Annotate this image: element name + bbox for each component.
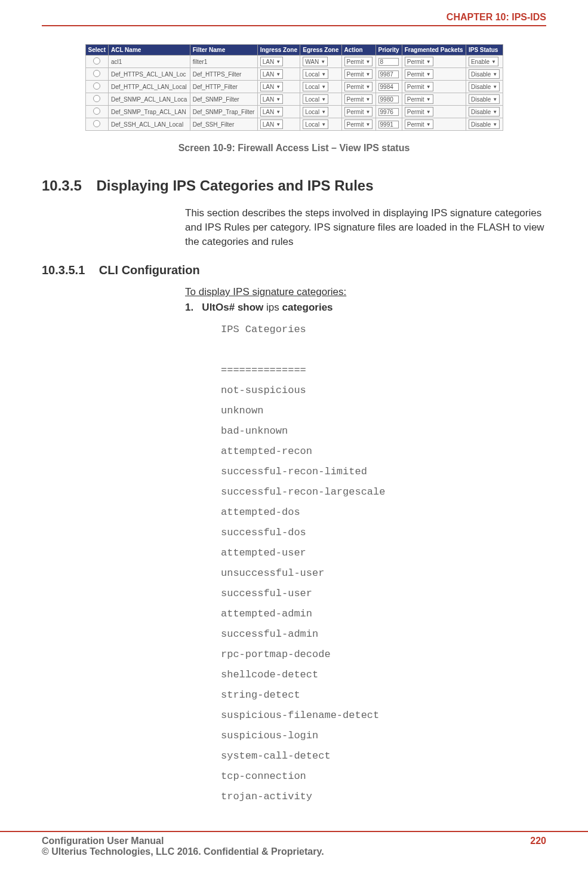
- table-row: Def_HTTPS_ACL_LAN_LocDef_HTTPS_FilterLAN…: [85, 68, 503, 81]
- acl-header-cell: IPS Status: [466, 45, 503, 56]
- acl-header-cell: Action: [341, 45, 375, 56]
- chevron-down-icon: ▼: [365, 59, 370, 65]
- select-cell[interactable]: [85, 56, 108, 68]
- radio-icon[interactable]: [93, 95, 100, 102]
- dropdown[interactable]: Disable▼: [469, 69, 500, 79]
- chevron-down-icon: ▼: [321, 84, 326, 90]
- priority-cell: 9991: [375, 118, 402, 131]
- section-number: 10.3.5: [42, 177, 82, 194]
- dropdown[interactable]: Local▼: [303, 82, 328, 91]
- code-line: unknown: [221, 401, 546, 421]
- radio-icon[interactable]: [93, 82, 100, 90]
- cli-suffix: categories: [282, 302, 333, 313]
- priority-value: 9980: [378, 96, 399, 103]
- chevron-down-icon: ▼: [276, 84, 281, 90]
- dropdown[interactable]: Permit▼: [405, 82, 433, 91]
- table-row: acl1filter1LAN▼WAN▼Permit▼8Permit▼Enable…: [85, 56, 503, 68]
- ingress-cell: LAN▼: [257, 81, 300, 93]
- page-footer: Configuration User Manual © Ulterius Tec…: [0, 831, 588, 869]
- frag-cell: Permit▼: [402, 56, 466, 68]
- dropdown[interactable]: LAN▼: [260, 57, 283, 66]
- ingress-cell: LAN▼: [257, 93, 300, 106]
- select-cell[interactable]: [85, 118, 108, 131]
- ingress-cell: LAN▼: [257, 68, 300, 81]
- dropdown[interactable]: LAN▼: [260, 119, 283, 129]
- priority-value: 9991: [378, 121, 399, 128]
- select-cell[interactable]: [85, 68, 108, 81]
- acl-name-cell: Def_HTTP_ACL_LAN_Local: [108, 81, 190, 93]
- chevron-down-icon: ▼: [426, 72, 431, 77]
- dropdown[interactable]: Permit▼: [405, 119, 433, 129]
- dropdown[interactable]: Local▼: [303, 107, 328, 116]
- dropdown[interactable]: LAN▼: [260, 107, 283, 116]
- chevron-down-icon: ▼: [426, 97, 431, 102]
- table-row: Def_SNMP_Trap_ACL_LANDef_SNMP_Trap_Filte…: [85, 106, 503, 118]
- priority-cell: 9987: [375, 68, 402, 81]
- chevron-down-icon: ▼: [492, 122, 497, 127]
- dropdown[interactable]: Disable▼: [469, 94, 500, 104]
- dropdown[interactable]: LAN▼: [260, 82, 283, 91]
- code-line: suspicious-login: [221, 726, 546, 746]
- dropdown[interactable]: Permit▼: [405, 57, 433, 66]
- frag-cell: Permit▼: [402, 106, 466, 118]
- select-cell[interactable]: [85, 106, 108, 118]
- chevron-down-icon: ▼: [276, 109, 281, 115]
- radio-icon[interactable]: [93, 57, 100, 65]
- dropdown[interactable]: Permit▼: [405, 69, 433, 79]
- acl-header-cell: Ingress Zone: [257, 45, 300, 56]
- egress-cell: WAN▼: [300, 56, 341, 68]
- code-line: successful-user: [221, 584, 546, 604]
- dropdown[interactable]: Permit▼: [344, 107, 373, 116]
- dropdown[interactable]: LAN▼: [260, 94, 283, 104]
- radio-icon[interactable]: [93, 120, 100, 127]
- dropdown[interactable]: Disable▼: [469, 119, 500, 129]
- code-line: trojan-activity: [221, 787, 546, 807]
- chevron-down-icon: ▼: [492, 97, 497, 102]
- dropdown[interactable]: Permit▼: [344, 94, 373, 104]
- filter-name-cell: Def_HTTP_Filter: [190, 81, 257, 93]
- dropdown[interactable]: LAN▼: [260, 69, 283, 79]
- frag-cell: Permit▼: [402, 81, 466, 93]
- action-cell: Permit▼: [341, 81, 375, 93]
- dropdown[interactable]: Permit▼: [344, 82, 373, 91]
- chevron-down-icon: ▼: [365, 84, 370, 90]
- section-heading: 10.3.5 Displaying IPS Categories and IPS…: [42, 177, 546, 194]
- instruction: To display IPS signature categories:: [185, 286, 546, 298]
- dropdown[interactable]: Disable▼: [469, 82, 500, 91]
- dropdown[interactable]: Permit▼: [405, 94, 433, 104]
- acl-name-cell: Def_SNMP_ACL_LAN_Loca: [108, 93, 190, 106]
- chevron-down-icon: ▼: [365, 122, 370, 127]
- select-cell[interactable]: [85, 81, 108, 93]
- radio-icon[interactable]: [93, 108, 100, 115]
- acl-header-cell: ACL Name: [108, 45, 190, 56]
- dropdown[interactable]: Permit▼: [344, 119, 373, 129]
- chevron-down-icon: ▼: [426, 122, 431, 127]
- code-line: attempted-admin: [221, 604, 546, 624]
- cli-prefix: UltOs# show: [202, 302, 263, 313]
- subsection-title: CLI Configuration: [99, 263, 200, 277]
- screen-caption: Screen 10-9: Firewall Access List – View…: [42, 143, 546, 154]
- dropdown[interactable]: Permit▼: [344, 57, 373, 66]
- chevron-down-icon: ▼: [276, 97, 281, 102]
- radio-icon[interactable]: [93, 70, 100, 77]
- dropdown[interactable]: WAN▼: [303, 57, 328, 66]
- code-line: tcp-connection: [221, 766, 546, 787]
- egress-cell: Local▼: [300, 106, 341, 118]
- dropdown[interactable]: Disable▼: [469, 107, 500, 116]
- dropdown[interactable]: Local▼: [303, 69, 328, 79]
- dropdown[interactable]: Enable▼: [469, 57, 498, 66]
- dropdown[interactable]: Permit▼: [405, 107, 433, 116]
- dropdown[interactable]: Local▼: [303, 119, 328, 129]
- dropdown[interactable]: Local▼: [303, 94, 328, 104]
- action-cell: Permit▼: [341, 106, 375, 118]
- action-cell: Permit▼: [341, 93, 375, 106]
- footer-line1: Configuration User Manual: [42, 836, 324, 846]
- dropdown[interactable]: Permit▼: [344, 69, 373, 79]
- subsection-heading: 10.3.5.1 CLI Configuration: [42, 263, 546, 277]
- select-cell[interactable]: [85, 93, 108, 106]
- chapter-header: CHAPTER 10: IPS-IDS: [42, 12, 546, 26]
- ingress-cell: LAN▼: [257, 56, 300, 68]
- code-separator: ==============: [221, 360, 546, 380]
- chevron-down-icon: ▼: [276, 59, 281, 65]
- filter-name-cell: Def_SNMP_Trap_Filter: [190, 106, 257, 118]
